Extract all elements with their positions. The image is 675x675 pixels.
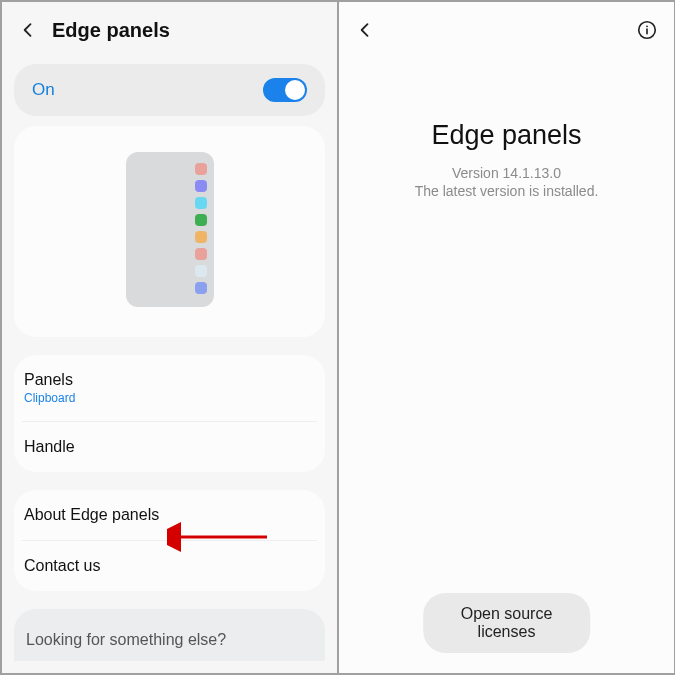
panels-row[interactable]: Panels Clipboard: [14, 355, 325, 421]
panels-label: Panels: [24, 371, 315, 389]
toggle-label: On: [32, 80, 263, 100]
about-status: The latest version is installed.: [359, 183, 654, 199]
header-right: [339, 2, 674, 58]
edge-panel-preview: [14, 126, 325, 337]
looking-row[interactable]: Looking for something else?: [14, 609, 325, 661]
about-edge-panels-screen: Edge panels Version 14.1.13.0 The latest…: [339, 2, 674, 673]
about-row[interactable]: About Edge panels: [14, 490, 325, 540]
open-source-button[interactable]: Open source licenses: [423, 593, 591, 653]
color-dot: [195, 282, 207, 294]
svg-point-3: [646, 25, 648, 27]
page-title: Edge panels: [52, 19, 170, 42]
info-icon[interactable]: [634, 17, 660, 43]
header-left: Edge panels: [2, 2, 337, 58]
phone-thumbnail: [126, 152, 214, 307]
color-dot: [195, 214, 207, 226]
color-strip: [195, 163, 207, 294]
handle-row[interactable]: Handle: [14, 422, 325, 472]
open-source-label: Open source licenses: [461, 605, 553, 640]
back-icon[interactable]: [351, 16, 379, 44]
color-dot: [195, 231, 207, 243]
section-panels-handle: Panels Clipboard Handle: [14, 355, 325, 472]
color-dot: [195, 197, 207, 209]
handle-label: Handle: [24, 438, 75, 455]
looking-label: Looking for something else?: [26, 631, 226, 648]
about-title: Edge panels: [359, 120, 654, 151]
toggle-switch[interactable]: [263, 78, 307, 102]
about-version: Version 14.1.13.0: [359, 165, 654, 181]
color-dot: [195, 265, 207, 277]
color-dot: [195, 163, 207, 175]
about-content: Edge panels Version 14.1.13.0 The latest…: [339, 120, 674, 199]
master-toggle-card[interactable]: On: [14, 64, 325, 116]
panels-sub: Clipboard: [24, 391, 315, 405]
color-dot: [195, 180, 207, 192]
contact-row[interactable]: Contact us: [14, 541, 325, 591]
edge-panels-screen: Edge panels On Panels Clipboard Handle A…: [2, 2, 337, 673]
section-about-contact: About Edge panels Contact us: [14, 490, 325, 591]
about-label: About Edge panels: [24, 506, 159, 523]
contact-label: Contact us: [24, 557, 100, 574]
color-dot: [195, 248, 207, 260]
back-icon[interactable]: [14, 16, 42, 44]
